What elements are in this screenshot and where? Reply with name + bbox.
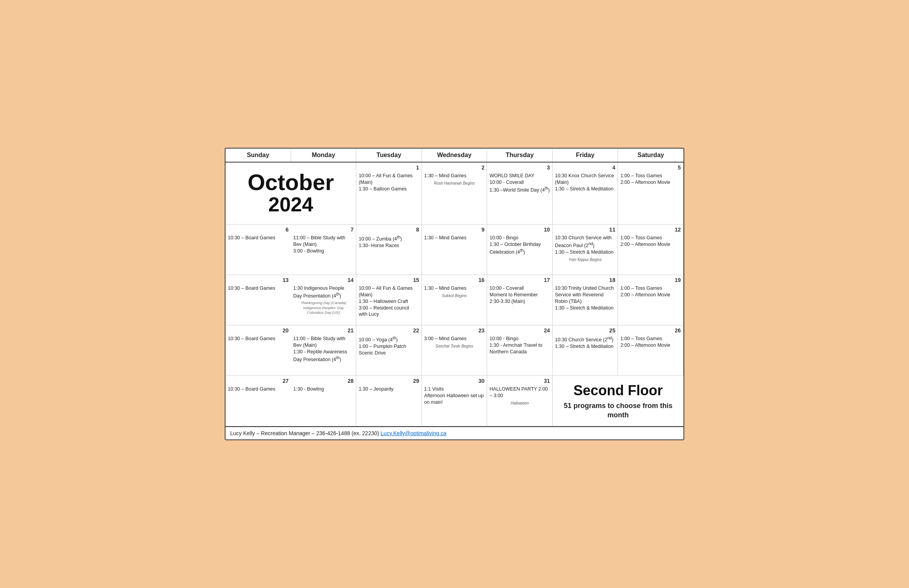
header-thursday: Thursday — [487, 149, 553, 162]
note-oct-31: Halloween — [489, 401, 550, 406]
date-18: 18 — [555, 277, 616, 284]
date-3: 3 — [489, 164, 550, 171]
header-tuesday: Tuesday — [356, 149, 422, 162]
cell-oct-23: 23 3:00 – Mind Games Simchat Torah Begin… — [422, 325, 487, 376]
header-monday: Monday — [291, 149, 357, 162]
month-title-cell: October 2024 — [226, 163, 356, 225]
note-oct-16: Sukkot Begins — [424, 293, 485, 299]
events-oct-19: 1:00 – Toss Games 2:00 – Afternoon Movie — [620, 285, 681, 298]
date-22: 22 — [359, 327, 419, 334]
events-oct-23: 3:00 – Mind Games — [424, 336, 485, 342]
events-oct-27: 10:30 – Board Games — [228, 386, 289, 393]
cell-oct-1: 1 10:00 – All Fun & Games (Main) 1:30 – … — [356, 163, 422, 225]
cell-oct-8: 8 10:00 – Zumba (4th) 1:30- Horse Races — [356, 225, 422, 275]
cell-oct-12: 12 1:00 – Toss Games 2:00 – Afternoon Mo… — [618, 225, 683, 275]
day-headers: Sunday Monday Tuesday Wednesday Thursday… — [226, 149, 683, 163]
footer-bar: Lucy Kelly – Recreation Manager – 236-42… — [226, 426, 683, 439]
calendar-wrapper: Sunday Monday Tuesday Wednesday Thursday… — [222, 145, 687, 443]
header-wednesday: Wednesday — [422, 149, 487, 162]
date-8: 8 — [359, 226, 419, 233]
date-24: 24 — [489, 327, 550, 334]
cell-oct-20: 20 10:30 – Board Games — [226, 325, 291, 376]
date-14: 14 — [293, 277, 354, 284]
cell-oct-16: 16 1:30 – Mind Games Sukkot Begins — [422, 275, 487, 325]
events-oct-22: 10:00 – Yoga (4th) 1:00 – Pumpkin Patch … — [359, 336, 419, 356]
events-oct-18: 10:30 Trinity United Church Service with… — [555, 285, 616, 311]
date-23: 23 — [424, 327, 485, 334]
cell-oct-4: 4 10:30 Knox Church Service (Main) 1:30 … — [553, 163, 618, 225]
date-11: 11 — [555, 226, 616, 233]
year-title: 2024 — [268, 194, 313, 216]
events-oct-21: 11:00 – Bible Study with Bev (Main) 1:30… — [293, 336, 354, 363]
header-sunday: Sunday — [226, 149, 291, 162]
events-oct-28: 1:30 - Bowling — [293, 386, 354, 393]
events-oct-20: 10:30 – Board Games — [228, 336, 289, 342]
cell-oct-15: 15 10:00 – All Fun & Games (Main) 1:30 –… — [356, 275, 422, 325]
cell-oct-27: 27 10:30 – Board Games — [226, 376, 291, 426]
date-12: 12 — [620, 226, 681, 233]
events-oct-11: 10:30 Church Service with Deacon Paul (2… — [555, 235, 616, 256]
cell-oct-25: 25 10:30 Church Service (2nd) 1:30 – Str… — [553, 325, 618, 376]
date-25: 25 — [555, 327, 616, 334]
cell-oct-7: 7 11:00 – Bible Study with Bev (Main) 3:… — [291, 225, 357, 275]
cell-oct-26: 26 1:00 – Toss Games 2:00 – Afternoon Mo… — [618, 325, 683, 376]
cell-oct-22: 22 10:00 – Yoga (4th) 1:00 – Pumpkin Pat… — [356, 325, 422, 376]
cell-oct-21: 21 11:00 – Bible Study with Bev (Main) 1… — [291, 325, 357, 376]
events-oct-26: 1:00 – Toss Games 2:00 – Afternoon Movie — [620, 336, 681, 349]
cell-oct-31: 31 HALLOWEEN PARTY 2:00 – 3:00 Halloween — [487, 376, 553, 426]
note-oct-11: Yom Kippur Begins — [555, 257, 616, 263]
date-2: 2 — [424, 164, 485, 171]
header-friday: Friday — [553, 149, 618, 162]
cell-oct-28: 28 1:30 - Bowling — [291, 376, 357, 426]
date-26: 26 — [620, 327, 681, 334]
date-30: 30 — [424, 377, 485, 385]
cell-oct-10: 10 10:00 - Bingo 1:30 – October Birthday… — [487, 225, 553, 275]
events-oct-9: 1:30 – Mind Games — [424, 235, 485, 241]
date-5: 5 — [620, 164, 681, 171]
events-oct-2: 1:30 – Mind Games — [424, 173, 485, 179]
date-9: 9 — [424, 226, 485, 233]
date-1: 1 — [359, 164, 419, 171]
cell-oct-19: 19 1:00 – Toss Games 2:00 – Afternoon Mo… — [618, 275, 683, 325]
events-oct-8: 10:00 – Zumba (4th) 1:30- Horse Races — [359, 235, 419, 249]
date-20: 20 — [228, 327, 289, 334]
second-floor-subtitle: 51 programs to choose from this month — [557, 401, 680, 420]
holiday-oct-14: Thanksgiving Day (Canada) Indigenous Peo… — [293, 301, 354, 315]
events-oct-24: 10:00 - Bingo 1:30 - Armchair Travel to … — [489, 336, 550, 355]
date-17: 17 — [489, 277, 550, 284]
date-4: 4 — [555, 164, 616, 171]
events-oct-7: 11:00 – Bible Study with Bev (Main) 3:00… — [293, 235, 354, 254]
events-oct-17: 10:00 - Coverall Moment to Remember 2:30… — [489, 285, 550, 305]
date-19: 19 — [620, 277, 681, 284]
events-oct-5: 1:00 – Toss Games 2:00 – Afternoon Movie — [620, 173, 681, 186]
second-floor-cell: Second Floor 51 programs to choose from … — [553, 376, 683, 426]
calendar-container: Sunday Monday Tuesday Wednesday Thursday… — [225, 148, 684, 440]
cell-oct-29: 29 1:30 – Jeopardy — [356, 376, 422, 426]
date-10: 10 — [489, 226, 550, 233]
cell-oct-11: 11 10:30 Church Service with Deacon Paul… — [553, 225, 618, 275]
cell-oct-18: 18 10:30 Trinity United Church Service w… — [553, 275, 618, 325]
date-13: 13 — [228, 277, 289, 284]
month-title: October — [248, 171, 334, 194]
cell-oct-9: 9 1:30 – Mind Games — [422, 225, 487, 275]
note-oct-2: Rosh Hashanah Begins — [424, 181, 485, 186]
events-oct-10: 10:00 - Bingo 1:30 – October Birthday Ce… — [489, 235, 550, 256]
cell-oct-17: 17 10:00 - Coverall Moment to Remember 2… — [487, 275, 553, 325]
events-oct-13: 10:30 – Board Games — [228, 285, 289, 292]
events-oct-15: 10:00 – All Fun & Games (Main) 1:30 – Ha… — [359, 285, 419, 318]
date-27: 27 — [228, 377, 289, 385]
events-oct-31: HALLOWEEN PARTY 2:00 – 3:00 — [489, 386, 550, 399]
events-oct-14: 1:30 Indigenous People Day Presentation … — [293, 285, 354, 299]
events-oct-6: 10:30 – Board Games — [228, 235, 289, 241]
date-21: 21 — [293, 327, 354, 334]
events-oct-4: 10:30 Knox Church Service (Main) 1:30 – … — [555, 173, 616, 192]
date-6: 6 — [228, 226, 289, 233]
footer-email[interactable]: Lucy.Kelly@optimaliving.ca — [381, 430, 447, 436]
events-oct-12: 1:00 – Toss Games 2:00 – Afternoon Movie — [620, 235, 681, 248]
footer-text: Lucy Kelly – Recreation Manager – 236-42… — [230, 430, 381, 436]
events-oct-29: 1:30 – Jeopardy — [359, 386, 419, 393]
cell-oct-2: 2 1:30 – Mind Games Rosh Hashanah Begins — [422, 163, 487, 225]
cell-oct-24: 24 10:00 - Bingo 1:30 - Armchair Travel … — [487, 325, 553, 376]
events-oct-3: WORLD SMILE DAY 10:00 - Coverall 1:30 –W… — [489, 173, 550, 194]
events-oct-1: 10:00 – All Fun & Games (Main) 1:30 – Ba… — [359, 173, 419, 192]
